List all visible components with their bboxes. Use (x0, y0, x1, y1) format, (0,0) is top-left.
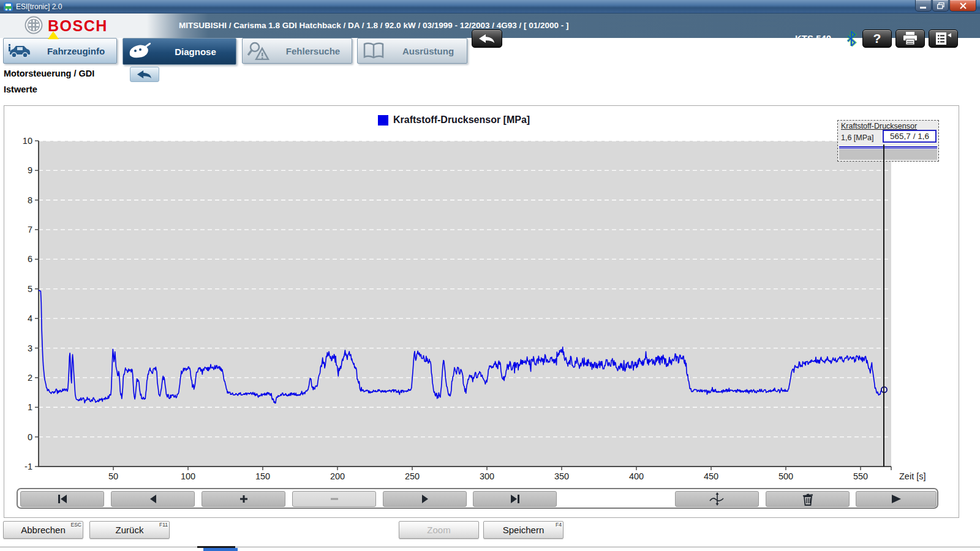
tab-fahrzeuginfo[interactable]: Fahrzeuginfo (3, 38, 117, 64)
breadcrumb: Motorsteuerung / GDI (4, 69, 94, 78)
car-icon (4, 43, 36, 59)
play-button[interactable] (856, 491, 937, 507)
legend-label: Kraftstoff-Drucksensor [MPa] (393, 114, 530, 126)
trash-icon (801, 493, 815, 506)
abbrechen-shortcut: ESC (71, 522, 81, 528)
app-icon (4, 2, 13, 12)
plot-area[interactable] (39, 141, 891, 467)
back-arrow-icon (137, 70, 153, 79)
speichern-button[interactable]: Speichern F4 (483, 521, 564, 539)
diagnostic-connector-icon (123, 43, 155, 60)
tab-label: Ausrüstung (390, 46, 467, 56)
tab-diagnose[interactable]: Diagnose (123, 38, 236, 65)
zurueck-label: Zurück (116, 525, 144, 535)
readout-underline-2 (839, 148, 937, 149)
taskbar-peek (203, 548, 238, 551)
app-header: BOSCH MITSUBISHI / Carisma 1.8 GDI Hatch… (0, 13, 980, 38)
zurueck-shortcut: F11 (159, 522, 168, 528)
window-titlebar: ESI[tronic] 2.0 (0, 0, 980, 13)
close-button[interactable] (949, 0, 976, 12)
zoom-button[interactable]: Zoom (399, 521, 479, 539)
close-icon (960, 2, 967, 9)
readout-marker-band (839, 149, 937, 160)
legend-swatch (378, 115, 388, 126)
delete-button[interactable] (766, 491, 850, 507)
zurueck-button[interactable]: Zurück F11 (89, 521, 170, 539)
bottom-divider (0, 547, 980, 547)
zoom-label: Zoom (427, 525, 450, 535)
cursor-measure-icon (709, 492, 726, 506)
page-title: Istwerte (4, 84, 37, 94)
breadcrumb-back-button[interactable] (130, 67, 159, 82)
tab-ausruestung[interactable]: Ausrüstung (357, 38, 467, 64)
skip-to-start-button[interactable] (20, 491, 104, 507)
tab-label: Diagnose (155, 47, 236, 57)
report-button[interactable] (929, 29, 958, 48)
open-book-icon (358, 42, 390, 59)
step-forward-icon (418, 493, 432, 505)
device-label: KTS 540 (795, 33, 831, 43)
abbrechen-label: Abbrechen (21, 525, 66, 535)
print-button[interactable] (895, 29, 925, 48)
chart-toolbar (17, 488, 938, 509)
zoom-out-button[interactable] (292, 491, 376, 507)
chart-legend: Kraftstoff-Drucksensor [MPa] (378, 114, 530, 126)
minimize-icon (920, 3, 927, 9)
play-icon (888, 493, 904, 505)
tab-fehlersuche[interactable]: Fehlersuche (242, 38, 352, 64)
skip-to-end-icon (508, 493, 522, 505)
tab-label: Fahrzeuginfo (36, 46, 116, 56)
help-icon: ? (873, 31, 881, 46)
window-title: ESI[tronic] 2.0 (16, 2, 62, 11)
readout-series-name: Kraftstoff-Drucksensor (841, 122, 917, 130)
cursor-readout: Kraftstoff-Drucksensor 1,6 [MPa] 565,7 /… (837, 120, 939, 162)
readout-value: 1,6 [MPa] (841, 133, 874, 142)
speichern-shortcut: F4 (556, 522, 562, 528)
speichern-label: Speichern (503, 525, 545, 535)
skip-to-start-icon (55, 493, 70, 505)
vehicle-info-text: MITSUBISHI / Carisma 1.8 GDI Hatchback /… (179, 21, 569, 30)
cursor-measure-button[interactable] (675, 491, 759, 507)
magnifier-warning-icon (243, 42, 274, 60)
report-icon (935, 32, 952, 45)
bosch-anchor-icon (24, 16, 43, 34)
minus-icon (327, 493, 342, 505)
tab-label: Fehlersuche (274, 46, 352, 56)
bluetooth-icon (845, 31, 858, 47)
step-forward-button[interactable] (383, 491, 467, 507)
minimize-button[interactable] (915, 0, 932, 12)
printer-icon (902, 32, 918, 45)
readout-coordinates: 565,7 / 1,6 (883, 130, 937, 143)
zoom-in-button[interactable] (202, 491, 285, 507)
header-back-button[interactable] (472, 29, 502, 48)
abbrechen-button[interactable]: Abbrechen ESC (3, 521, 83, 539)
plus-icon (236, 493, 251, 505)
measurement-cursor-line[interactable] (883, 144, 884, 467)
back-arrow-icon (478, 34, 496, 43)
skip-to-end-button[interactable] (473, 491, 557, 507)
step-back-icon (146, 493, 160, 505)
step-back-button[interactable] (111, 491, 195, 507)
readout-underline (839, 146, 937, 148)
help-button[interactable]: ? (862, 29, 892, 48)
restore-icon (937, 2, 944, 9)
cursor-marker-triangle[interactable] (48, 31, 59, 39)
maximize-button[interactable] (932, 0, 949, 12)
